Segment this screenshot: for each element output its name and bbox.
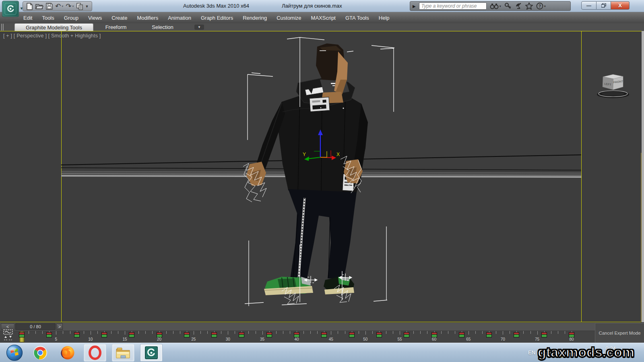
keyframe-marker[interactable] [239,332,244,337]
keyframe-marker[interactable] [74,332,80,337]
communication-center-icon[interactable] [515,2,522,10]
timeline-frame-label: 80 [567,337,576,341]
timeline-tick [173,331,173,334]
menu-group[interactable]: Group [59,12,83,23]
minimize-button[interactable]: — [581,1,597,10]
infocenter-toolbar: ▶ ▾ ? ▾ [410,1,571,11]
menu-maxscript[interactable]: MAXScript [306,12,341,23]
start-button[interactable] [4,344,25,362]
character-model[interactable] [246,43,368,295]
menu-help[interactable]: Help [374,12,394,23]
keyframe-marker[interactable] [459,332,464,337]
menu-create[interactable]: Create [107,12,132,23]
save-file-icon[interactable] [46,3,53,10]
keyframe-marker[interactable] [101,332,107,337]
redo-icon[interactable]: ↷ [66,3,71,10]
keyframe-marker[interactable] [19,332,25,337]
keyframe-marker[interactable] [541,332,547,337]
favorites-star-icon[interactable] [525,2,533,10]
timeline-ruler[interactable]: 5101520253035404550556065707580 [0,331,595,343]
timeline-tick [248,331,249,334]
undo-dropdown-icon[interactable]: ▾ [62,4,63,8]
taskbar-3dsmax-icon[interactable] [140,344,163,362]
keyframe-marker[interactable] [486,332,492,337]
cancel-expert-mode-button[interactable]: Cancel Expert Mode [599,331,640,335]
new-scene-icon[interactable] [26,3,33,10]
open-file-icon[interactable] [35,3,43,10]
keyframe-position-part [239,335,244,337]
timeline-tick [427,331,427,334]
menu-customize[interactable]: Customize [272,12,306,23]
file-title: Лайтрум для скинов.max [282,3,342,9]
taskbar-opera-icon[interactable] [84,344,106,362]
toolbar-options-dropdown-icon[interactable]: ▼ [85,4,89,8]
ribbon-minimize-dropdown-icon[interactable]: ▼ [194,25,204,30]
expert-mode-panel: Cancel Expert Mode [595,323,644,343]
menu-edit[interactable]: Edit [19,12,37,23]
timeline-tick [145,331,146,334]
taskbar-explorer-icon[interactable] [112,344,134,362]
keyframe-marker[interactable] [211,332,217,337]
keyframe-marker[interactable] [184,332,190,337]
taskbar-chrome-icon[interactable] [29,344,52,362]
menu-tools[interactable]: Tools [37,12,59,23]
ribbon-drag-grip[interactable] [1,24,4,31]
timeline-tick [283,331,283,334]
keyframe-position-part [377,335,382,337]
timeline-tick [290,331,290,334]
application-menu-button[interactable] [2,1,19,17]
perspective-viewport[interactable]: [ + ] [ Perspective ] [ Smooth + Highlig… [0,31,644,322]
menu-modifiers[interactable]: Modifiers [132,12,163,23]
track-bar-row: < 0 / 80 > [0,322,644,331]
infocenter-collapse-icon[interactable]: ▶ [413,4,416,8]
subscription-key-icon[interactable] [504,2,512,10]
language-indicator[interactable]: EN [528,350,535,356]
ribbon-tab-selection[interactable]: Selection [144,23,181,31]
ribbon-tab-freeform[interactable]: Freeform [96,23,136,31]
search-dropdown-icon[interactable]: ▾ [500,4,501,8]
next-frame-button[interactable]: > [56,323,63,330]
restore-button[interactable] [597,1,611,10]
timeline-tick [84,331,84,334]
keyframe-marker[interactable] [157,332,162,337]
taskbar-firefox-icon[interactable] [56,344,79,362]
keyframe-marker[interactable] [129,332,134,337]
keyframe-marker[interactable] [514,332,519,337]
close-button[interactable]: X [611,1,630,10]
help-dropdown-icon[interactable]: ▾ [544,4,546,8]
mini-trackbar-toggle-icon[interactable] [2,329,14,341]
keyframe-marker[interactable] [431,332,437,337]
ribbon-tab-graphite-modeling-tools[interactable]: Graphite Modeling Tools [14,23,93,31]
keyframe-marker[interactable] [569,332,574,337]
keyframe-marker[interactable] [349,332,355,337]
menu-rendering[interactable]: Rendering [238,12,272,23]
app-title: Autodesk 3ds Max 2010 x64 [183,3,249,9]
menu-graph-editors[interactable]: Graph Editors [196,12,238,23]
keyframe-marker[interactable] [294,332,299,337]
keyframe-position-part [404,335,409,337]
application-menu-caret-icon[interactable]: ▼ [20,6,23,10]
keyframe-marker[interactable] [46,332,52,337]
timeline-tick [118,331,118,334]
manage-scene-icon[interactable] [76,3,83,10]
menu-views[interactable]: Views [83,12,107,23]
timeline-tick [228,331,228,335]
keyframe-marker[interactable] [376,332,382,337]
menu-animation[interactable]: Animation [163,12,196,23]
keyframe-position-part [102,335,107,337]
keyframe-position-part [47,335,52,337]
keyframe-marker[interactable] [266,332,272,337]
menu-gta-tools[interactable]: GTA Tools [341,12,374,23]
timeline-tick [262,331,263,335]
search-binoculars-icon[interactable] [490,3,499,9]
keyframe-marker[interactable] [321,332,327,337]
search-input[interactable] [419,2,487,10]
timeline-frame-label: 20 [155,337,164,341]
jacket-patch-chest [310,97,330,111]
redo-dropdown-icon[interactable]: ▾ [72,4,74,8]
keyframe-position-part [514,335,519,337]
help-icon[interactable]: ? [536,2,543,10]
keyframe-marker[interactable] [404,332,409,337]
viewcube[interactable]: LEFT FRONT [591,70,635,102]
undo-icon[interactable]: ↶ [55,3,61,10]
